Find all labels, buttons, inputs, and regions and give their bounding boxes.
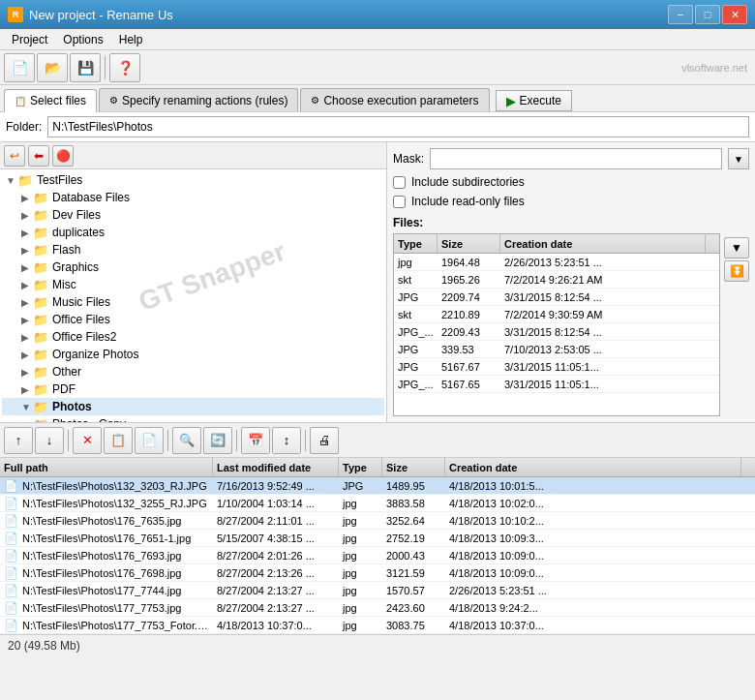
bottom-list-row[interactable]: 📄N:\TestFiles\Photos\176_7635.jpg8/27/20…: [0, 512, 755, 530]
tab-renaming-actions[interactable]: ⚙ Specify renaming actions (rules): [99, 88, 298, 111]
tree-item[interactable]: ▶📁Photos - Copy: [2, 415, 384, 422]
file-row[interactable]: JPG_...2209.433/31/2015 8:12:54 ...: [394, 323, 719, 341]
tab-select-files[interactable]: 📋 Select files: [4, 89, 97, 112]
tree-content[interactable]: ▼📁TestFiles▶📁Database Files▶📁Dev Files▶📁…: [0, 169, 386, 422]
bl-cdate: 4/18/2013 10:37:0...: [445, 620, 755, 631]
bottom-list-row[interactable]: 📄N:\TestFiles\Photos\177_7753.jpg8/27/20…: [0, 599, 755, 617]
col-hdr-type[interactable]: Type: [394, 234, 438, 253]
bottom-list-row[interactable]: 📄N:\TestFiles\Photos\176_7693.jpg8/27/20…: [0, 547, 755, 564]
col-hdr-size[interactable]: Size: [438, 234, 500, 253]
bottom-list-row[interactable]: 📄N:\TestFiles\Photos\176_7651-1.jpg5/15/…: [0, 530, 755, 547]
open-button[interactable]: 📂: [37, 53, 68, 82]
tree-item[interactable]: ▼📁Photos: [2, 398, 384, 415]
mask-input[interactable]: [430, 148, 722, 169]
menu-options[interactable]: Options: [55, 31, 110, 48]
help-button[interactable]: ❓: [109, 53, 140, 82]
file-cdate: 3/31/2015 11:05:1...: [500, 379, 719, 390]
tree-item[interactable]: ▶📁Music Files: [2, 293, 384, 311]
bottom-list-row[interactable]: 📄N:\TestFiles\Photos\132_3203_RJ.JPG7/16…: [0, 477, 755, 495]
menu-project[interactable]: Project: [4, 31, 55, 48]
blh-fullpath[interactable]: Full path: [0, 458, 213, 476]
folder-label: Folder:: [6, 120, 42, 134]
tree-refresh-button[interactable]: 🔴: [52, 145, 74, 167]
tree-item[interactable]: ▶📁Office Files: [2, 311, 384, 328]
tree-item[interactable]: ▶📁Flash: [2, 241, 384, 259]
folder-icon: 📁: [33, 243, 48, 258]
close-button[interactable]: ✕: [722, 5, 747, 24]
mask-dropdown[interactable]: ▼: [728, 148, 749, 169]
folder-icon: 📁: [17, 173, 33, 188]
save-button[interactable]: 💾: [70, 53, 101, 82]
bl-type: jpg: [339, 585, 382, 596]
menu-help[interactable]: Help: [111, 31, 151, 48]
new-button[interactable]: 📄: [4, 53, 35, 82]
tree-back-button[interactable]: ↩: [4, 145, 25, 167]
file-row[interactable]: JPG339.537/10/2013 2:53:05 ...: [394, 341, 719, 358]
expand-icon: ▶: [21, 332, 33, 343]
tree-item[interactable]: ▶📁Misc: [2, 276, 384, 293]
tree-item[interactable]: ▶📁Other: [2, 363, 384, 380]
files-table-body[interactable]: jpg1964.482/26/2013 5:23:51 ...skt1965.2…: [394, 254, 719, 415]
mask-row: Mask: ▼: [393, 148, 749, 169]
file-row[interactable]: skt1965.267/2/2014 9:26:21 AM: [394, 271, 719, 289]
tree-up-button[interactable]: ⬅: [28, 145, 49, 167]
btm-remove-button[interactable]: ✕: [73, 427, 102, 454]
statusbar: 20 (49.58 Mb): [0, 634, 755, 655]
tree-item[interactable]: ▶📁duplicates: [2, 224, 384, 241]
tree-item[interactable]: ▶📁Graphics: [2, 259, 384, 276]
tree-item[interactable]: ▼📁TestFiles: [2, 171, 384, 189]
btm-date-button[interactable]: 📅: [241, 427, 270, 454]
file-row[interactable]: JPG2209.743/31/2015 8:12:54 ...: [394, 289, 719, 306]
tree-toolbar: ↩ ⬅ 🔴: [0, 142, 386, 169]
col-hdr-cdate[interactable]: Creation date: [500, 234, 706, 253]
btm-paste-button[interactable]: 📄: [135, 427, 164, 454]
bottom-list-row[interactable]: 📄N:\TestFiles\Photos\132_3255_RJ.JPG1/10…: [0, 495, 755, 512]
tree-item[interactable]: ▶📁Dev Files: [2, 206, 384, 224]
bottom-list-row[interactable]: 📄N:\TestFiles\Photos\177_7744.jpg8/27/20…: [0, 582, 755, 599]
move-double-down-button[interactable]: ⏬: [724, 260, 749, 282]
execute-button[interactable]: ▶ Execute: [496, 90, 572, 111]
tree-item[interactable]: ▶📁PDF: [2, 380, 384, 398]
bl-cdate: 4/18/2013 9:24:2...: [445, 602, 755, 614]
move-down-button[interactable]: ▼: [724, 237, 749, 259]
file-size: 339.53: [438, 344, 500, 355]
bl-fullpath: 📄N:\TestFiles\Photos\176_7698.jpg: [0, 566, 213, 580]
btm-down-button[interactable]: ↓: [35, 427, 64, 454]
tab-execution-params[interactable]: ⚙ Choose execution parameters: [300, 88, 489, 111]
expand-icon: ▶: [21, 262, 33, 273]
bottom-toolbar: ↑ ↓ ✕ 📋 📄 🔍 🔄 📅 ↕ 🖨: [0, 423, 755, 458]
bottom-list-row[interactable]: 📄N:\TestFiles\Photos\177_7753_Fotor.jpg4…: [0, 617, 755, 634]
btm-sort-button[interactable]: ↕: [272, 427, 301, 454]
btm-print-button[interactable]: 🖨: [310, 427, 339, 454]
btm-refresh-button[interactable]: 🔄: [203, 427, 232, 454]
bl-fullpath: 📄N:\TestFiles\Photos\177_7753.jpg: [0, 601, 213, 615]
tree-item[interactable]: ▶📁Organize Photos: [2, 346, 384, 363]
bl-size: 1570.57: [382, 585, 445, 596]
file-row[interactable]: jpg1964.482/26/2013 5:23:51 ...: [394, 254, 719, 271]
blh-type[interactable]: Type: [339, 458, 382, 476]
folder-input[interactable]: [47, 116, 749, 137]
bottom-list-body[interactable]: 📄N:\TestFiles\Photos\132_3203_RJ.JPG7/16…: [0, 477, 755, 634]
include-subdirs-checkbox[interactable]: [393, 176, 406, 189]
btm-up-button[interactable]: ↑: [4, 427, 33, 454]
blh-cdate[interactable]: Creation date: [445, 458, 741, 476]
file-row[interactable]: JPG5167.673/31/2015 11:05:1...: [394, 358, 719, 376]
expand-icon: ▶: [21, 228, 33, 238]
tree-item[interactable]: ▶📁Office Files2: [2, 328, 384, 346]
file-row[interactable]: skt2210.897/2/2014 9:30:59 AM: [394, 306, 719, 323]
file-type: JPG_...: [394, 379, 438, 390]
file-row[interactable]: JPG_...5167.653/31/2015 11:05:1...: [394, 376, 719, 393]
maximize-button[interactable]: □: [695, 5, 720, 24]
bl-lmd: 8/27/2004 2:13:27 ...: [213, 602, 339, 614]
file-size: 1964.48: [438, 257, 500, 268]
blh-size[interactable]: Size: [382, 458, 445, 476]
bl-lmd: 8/27/2004 2:01:26 ...: [213, 550, 339, 562]
blh-lmd[interactable]: Last modified date: [213, 458, 339, 476]
btm-search-button[interactable]: 🔍: [172, 427, 201, 454]
include-readonly-checkbox[interactable]: [393, 196, 406, 208]
minimize-button[interactable]: −: [668, 5, 693, 24]
btm-copy-button[interactable]: 📋: [104, 427, 133, 454]
bl-type: jpg: [339, 550, 382, 562]
bottom-list-row[interactable]: 📄N:\TestFiles\Photos\176_7698.jpg8/27/20…: [0, 564, 755, 582]
tree-item[interactable]: ▶📁Database Files: [2, 189, 384, 206]
